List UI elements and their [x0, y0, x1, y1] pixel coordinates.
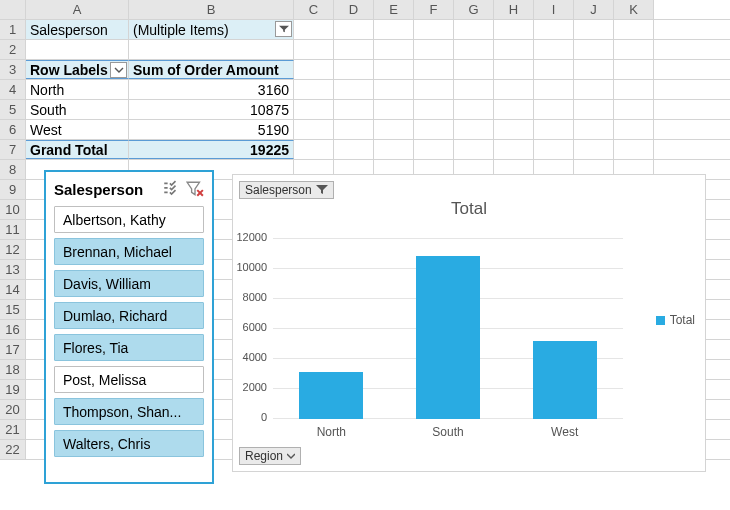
cell-E2[interactable] [374, 40, 414, 59]
cell-H1[interactable] [494, 20, 534, 39]
cell-H7[interactable] [494, 140, 534, 159]
cell-J4[interactable] [574, 80, 614, 99]
cell-A2[interactable] [26, 40, 129, 59]
cell-K1[interactable] [614, 20, 654, 39]
column-header-C[interactable]: C [294, 0, 334, 19]
cell-H5[interactable] [494, 100, 534, 119]
cell-E5[interactable] [374, 100, 414, 119]
cell-G3[interactable] [454, 60, 494, 79]
cell-C3[interactable] [294, 60, 334, 79]
row-header-12[interactable]: 12 [0, 240, 26, 259]
cell-E6[interactable] [374, 120, 414, 139]
pivot-grand-value[interactable]: 19225 [129, 140, 294, 159]
pivot-row-label[interactable]: South [26, 100, 129, 119]
row-header-13[interactable]: 13 [0, 260, 26, 279]
cell-G6[interactable] [454, 120, 494, 139]
pivot-row-value[interactable]: 5190 [129, 120, 294, 139]
column-header-I[interactable]: I [534, 0, 574, 19]
cell-D4[interactable] [334, 80, 374, 99]
cell-I4[interactable] [534, 80, 574, 99]
row-header-18[interactable]: 18 [0, 360, 26, 379]
row-header-20[interactable]: 20 [0, 400, 26, 419]
row-header-19[interactable]: 19 [0, 380, 26, 399]
row-header-5[interactable]: 5 [0, 100, 26, 119]
cell-H4[interactable] [494, 80, 534, 99]
row-header-6[interactable]: 6 [0, 120, 26, 139]
pivot-row-label[interactable]: West [26, 120, 129, 139]
column-header-A[interactable]: A [26, 0, 129, 19]
cell-K4[interactable] [614, 80, 654, 99]
column-header-G[interactable]: G [454, 0, 494, 19]
cell-K7[interactable] [614, 140, 654, 159]
cell-D1[interactable] [334, 20, 374, 39]
slicer-item[interactable]: Davis, William [54, 270, 204, 297]
cell-F1[interactable] [414, 20, 454, 39]
cell-J5[interactable] [574, 100, 614, 119]
pivot-row-header[interactable]: Row Labels [26, 60, 129, 79]
row-header-14[interactable]: 14 [0, 280, 26, 299]
pivot-filter-dropdown[interactable] [275, 21, 292, 37]
multiselect-icon[interactable] [162, 180, 180, 198]
pivot-row-value[interactable]: 10875 [129, 100, 294, 119]
row-header-16[interactable]: 16 [0, 320, 26, 339]
slicer-salesperson[interactable]: Salesperson Albertson, KathyBrennan, Mic… [44, 170, 214, 484]
chart-filter-button[interactable]: Salesperson [239, 181, 334, 199]
cell-H2[interactable] [494, 40, 534, 59]
cell-C5[interactable] [294, 100, 334, 119]
cell-F2[interactable] [414, 40, 454, 59]
cell-G5[interactable] [454, 100, 494, 119]
cell-G2[interactable] [454, 40, 494, 59]
cell-C7[interactable] [294, 140, 334, 159]
clear-filter-icon[interactable] [186, 180, 204, 198]
cell-J2[interactable] [574, 40, 614, 59]
slicer-item[interactable]: Thompson, Shan... [54, 398, 204, 425]
cell-K6[interactable] [614, 120, 654, 139]
cell-E3[interactable] [374, 60, 414, 79]
slicer-item[interactable]: Post, Melissa [54, 366, 204, 393]
pivot-value-header[interactable]: Sum of Order Amount [129, 60, 294, 79]
slicer-item[interactable]: Dumlao, Richard [54, 302, 204, 329]
cell-I7[interactable] [534, 140, 574, 159]
row-header-10[interactable]: 10 [0, 200, 26, 219]
cell-F4[interactable] [414, 80, 454, 99]
row-header-9[interactable]: 9 [0, 180, 26, 199]
cell-J6[interactable] [574, 120, 614, 139]
cell-E4[interactable] [374, 80, 414, 99]
column-header-H[interactable]: H [494, 0, 534, 19]
pivot-chart[interactable]: Salesperson Total 0200040006000800010000… [232, 174, 706, 472]
cell-I3[interactable] [534, 60, 574, 79]
cell-D5[interactable] [334, 100, 374, 119]
cell-J3[interactable] [574, 60, 614, 79]
cell-C6[interactable] [294, 120, 334, 139]
pivot-filter-value[interactable]: (Multiple Items) [129, 20, 294, 39]
pivot-row-dropdown[interactable] [110, 62, 127, 78]
cell-K2[interactable] [614, 40, 654, 59]
column-header-F[interactable]: F [414, 0, 454, 19]
row-header-2[interactable]: 2 [0, 40, 26, 59]
cell-D7[interactable] [334, 140, 374, 159]
column-header-K[interactable]: K [614, 0, 654, 19]
cell-J7[interactable] [574, 140, 614, 159]
row-header-15[interactable]: 15 [0, 300, 26, 319]
cell-C1[interactable] [294, 20, 334, 39]
row-header-22[interactable]: 22 [0, 440, 26, 459]
cell-D2[interactable] [334, 40, 374, 59]
cell-I2[interactable] [534, 40, 574, 59]
cell-C4[interactable] [294, 80, 334, 99]
row-header-17[interactable]: 17 [0, 340, 26, 359]
cell-I1[interactable] [534, 20, 574, 39]
row-header-21[interactable]: 21 [0, 420, 26, 439]
bar[interactable] [533, 341, 597, 419]
cell-E1[interactable] [374, 20, 414, 39]
cell-D3[interactable] [334, 60, 374, 79]
slicer-item[interactable]: Brennan, Michael [54, 238, 204, 265]
cell-H3[interactable] [494, 60, 534, 79]
slicer-item[interactable]: Flores, Tia [54, 334, 204, 361]
cell-K5[interactable] [614, 100, 654, 119]
column-header-E[interactable]: E [374, 0, 414, 19]
row-header-4[interactable]: 4 [0, 80, 26, 99]
column-header-B[interactable]: B [129, 0, 294, 19]
bar[interactable] [299, 372, 363, 419]
cell-C2[interactable] [294, 40, 334, 59]
chart-axis-button[interactable]: Region [239, 447, 301, 465]
